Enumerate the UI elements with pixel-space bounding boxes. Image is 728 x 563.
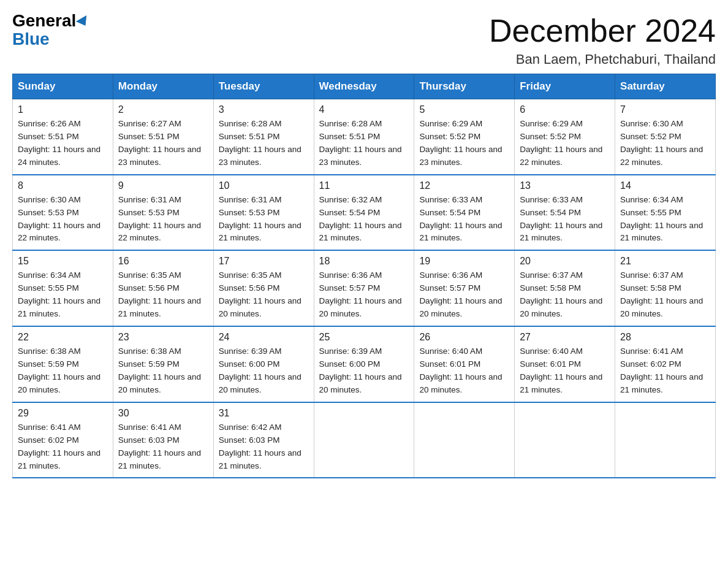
calendar-day-cell: 11Sunrise: 6:32 AMSunset: 5:54 PMDayligh… xyxy=(314,175,414,251)
day-number: 23 xyxy=(118,332,208,343)
day-number: 26 xyxy=(419,332,509,343)
calendar-empty-cell xyxy=(515,402,615,478)
calendar-day-cell: 25Sunrise: 6:39 AMSunset: 6:00 PMDayligh… xyxy=(314,326,414,402)
day-info: Sunrise: 6:28 AMSunset: 5:51 PMDaylight:… xyxy=(219,118,309,169)
day-info: Sunrise: 6:32 AMSunset: 5:54 PMDaylight:… xyxy=(319,194,409,245)
weekday-header-row: SundayMondayTuesdayWednesdayThursdayFrid… xyxy=(13,74,716,99)
calendar-day-cell: 30Sunrise: 6:41 AMSunset: 6:03 PMDayligh… xyxy=(113,402,213,478)
day-info: Sunrise: 6:31 AMSunset: 5:53 PMDaylight:… xyxy=(219,194,309,245)
day-number: 14 xyxy=(620,180,710,191)
day-number: 10 xyxy=(219,180,309,191)
day-info: Sunrise: 6:39 AMSunset: 6:00 PMDaylight:… xyxy=(219,345,309,397)
day-number: 9 xyxy=(118,180,208,191)
calendar-day-cell: 8Sunrise: 6:30 AMSunset: 5:53 PMDaylight… xyxy=(13,175,113,251)
day-number: 7 xyxy=(620,104,710,115)
day-info: Sunrise: 6:42 AMSunset: 6:03 PMDaylight:… xyxy=(219,421,309,473)
day-info: Sunrise: 6:30 AMSunset: 5:52 PMDaylight:… xyxy=(620,118,710,169)
day-number: 30 xyxy=(118,408,208,419)
calendar-day-cell: 9Sunrise: 6:31 AMSunset: 5:53 PMDaylight… xyxy=(113,175,213,251)
calendar-empty-cell xyxy=(414,402,515,478)
calendar-day-cell: 6Sunrise: 6:29 AMSunset: 5:52 PMDaylight… xyxy=(515,99,615,175)
calendar-day-cell: 31Sunrise: 6:42 AMSunset: 6:03 PMDayligh… xyxy=(213,402,314,478)
calendar-day-cell: 21Sunrise: 6:37 AMSunset: 5:58 PMDayligh… xyxy=(615,250,716,326)
calendar-table: SundayMondayTuesdayWednesdayThursdayFrid… xyxy=(12,74,716,478)
weekday-header-monday: Monday xyxy=(113,74,213,99)
day-info: Sunrise: 6:37 AMSunset: 5:58 PMDaylight:… xyxy=(520,269,610,321)
calendar-day-cell: 3Sunrise: 6:28 AMSunset: 5:51 PMDaylight… xyxy=(213,99,314,175)
day-info: Sunrise: 6:35 AMSunset: 5:56 PMDaylight:… xyxy=(219,269,309,321)
day-number: 6 xyxy=(520,104,610,115)
weekday-header-friday: Friday xyxy=(515,74,615,99)
day-info: Sunrise: 6:33 AMSunset: 5:54 PMDaylight:… xyxy=(520,194,610,245)
calendar-day-cell: 5Sunrise: 6:29 AMSunset: 5:52 PMDaylight… xyxy=(414,99,515,175)
calendar-day-cell: 28Sunrise: 6:41 AMSunset: 6:02 PMDayligh… xyxy=(615,326,716,402)
day-number: 20 xyxy=(520,256,610,267)
calendar-day-cell: 10Sunrise: 6:31 AMSunset: 5:53 PMDayligh… xyxy=(213,175,314,251)
calendar-day-cell: 26Sunrise: 6:40 AMSunset: 6:01 PMDayligh… xyxy=(414,326,515,402)
calendar-day-cell: 24Sunrise: 6:39 AMSunset: 6:00 PMDayligh… xyxy=(213,326,314,402)
day-number: 22 xyxy=(18,332,108,343)
day-number: 3 xyxy=(219,104,309,115)
day-number: 24 xyxy=(219,332,309,343)
day-info: Sunrise: 6:30 AMSunset: 5:53 PMDaylight:… xyxy=(18,194,108,245)
calendar-day-cell: 19Sunrise: 6:36 AMSunset: 5:57 PMDayligh… xyxy=(414,250,515,326)
calendar-day-cell: 22Sunrise: 6:38 AMSunset: 5:59 PMDayligh… xyxy=(13,326,113,402)
weekday-header-saturday: Saturday xyxy=(615,74,716,99)
calendar-header: SundayMondayTuesdayWednesdayThursdayFrid… xyxy=(13,74,716,99)
day-number: 1 xyxy=(18,104,108,115)
logo: General Blue xyxy=(12,12,89,48)
day-info: Sunrise: 6:41 AMSunset: 6:02 PMDaylight:… xyxy=(620,345,710,397)
day-number: 25 xyxy=(319,332,409,343)
calendar-day-cell: 12Sunrise: 6:33 AMSunset: 5:54 PMDayligh… xyxy=(414,175,515,251)
day-info: Sunrise: 6:38 AMSunset: 5:59 PMDaylight:… xyxy=(118,345,208,397)
day-number: 8 xyxy=(18,180,108,191)
logo-line1: General xyxy=(12,12,89,29)
day-number: 12 xyxy=(419,180,509,191)
calendar-week-row: 1Sunrise: 6:26 AMSunset: 5:51 PMDaylight… xyxy=(13,99,716,175)
calendar-week-row: 8Sunrise: 6:30 AMSunset: 5:53 PMDaylight… xyxy=(13,175,716,251)
calendar-day-cell: 2Sunrise: 6:27 AMSunset: 5:51 PMDaylight… xyxy=(113,99,213,175)
day-number: 17 xyxy=(219,256,309,267)
day-info: Sunrise: 6:26 AMSunset: 5:51 PMDaylight:… xyxy=(18,118,108,169)
calendar-day-cell: 15Sunrise: 6:34 AMSunset: 5:55 PMDayligh… xyxy=(13,250,113,326)
month-year-title: December 2024 xyxy=(489,12,716,49)
calendar-day-cell: 23Sunrise: 6:38 AMSunset: 5:59 PMDayligh… xyxy=(113,326,213,402)
calendar-day-cell: 1Sunrise: 6:26 AMSunset: 5:51 PMDaylight… xyxy=(13,99,113,175)
title-area: December 2024 Ban Laem, Phetchaburi, Tha… xyxy=(489,12,716,67)
day-number: 15 xyxy=(18,256,108,267)
calendar-day-cell: 16Sunrise: 6:35 AMSunset: 5:56 PMDayligh… xyxy=(113,250,213,326)
day-number: 18 xyxy=(319,256,409,267)
calendar-day-cell: 17Sunrise: 6:35 AMSunset: 5:56 PMDayligh… xyxy=(213,250,314,326)
day-info: Sunrise: 6:36 AMSunset: 5:57 PMDaylight:… xyxy=(319,269,409,321)
day-number: 11 xyxy=(319,180,409,191)
location-subtitle: Ban Laem, Phetchaburi, Thailand xyxy=(489,52,716,67)
weekday-header-wednesday: Wednesday xyxy=(314,74,414,99)
calendar-body: 1Sunrise: 6:26 AMSunset: 5:51 PMDaylight… xyxy=(13,99,716,478)
calendar-day-cell: 4Sunrise: 6:28 AMSunset: 5:51 PMDaylight… xyxy=(314,99,414,175)
day-info: Sunrise: 6:35 AMSunset: 5:56 PMDaylight:… xyxy=(118,269,208,321)
day-info: Sunrise: 6:41 AMSunset: 6:03 PMDaylight:… xyxy=(118,421,208,473)
day-info: Sunrise: 6:39 AMSunset: 6:00 PMDaylight:… xyxy=(319,345,409,397)
calendar-day-cell: 7Sunrise: 6:30 AMSunset: 5:52 PMDaylight… xyxy=(615,99,716,175)
day-info: Sunrise: 6:41 AMSunset: 6:02 PMDaylight:… xyxy=(18,421,108,473)
day-info: Sunrise: 6:38 AMSunset: 5:59 PMDaylight:… xyxy=(18,345,108,397)
calendar-week-row: 15Sunrise: 6:34 AMSunset: 5:55 PMDayligh… xyxy=(13,250,716,326)
day-info: Sunrise: 6:27 AMSunset: 5:51 PMDaylight:… xyxy=(118,118,208,169)
day-info: Sunrise: 6:29 AMSunset: 5:52 PMDaylight:… xyxy=(419,118,509,169)
day-info: Sunrise: 6:31 AMSunset: 5:53 PMDaylight:… xyxy=(118,194,208,245)
calendar-day-cell: 27Sunrise: 6:40 AMSunset: 6:01 PMDayligh… xyxy=(515,326,615,402)
day-number: 16 xyxy=(118,256,208,267)
day-info: Sunrise: 6:33 AMSunset: 5:54 PMDaylight:… xyxy=(419,194,509,245)
logo-line2: Blue xyxy=(12,31,50,48)
day-number: 4 xyxy=(319,104,409,115)
day-info: Sunrise: 6:34 AMSunset: 5:55 PMDaylight:… xyxy=(18,269,108,321)
day-info: Sunrise: 6:29 AMSunset: 5:52 PMDaylight:… xyxy=(520,118,610,169)
calendar-week-row: 29Sunrise: 6:41 AMSunset: 6:02 PMDayligh… xyxy=(13,402,716,478)
calendar-day-cell: 14Sunrise: 6:34 AMSunset: 5:55 PMDayligh… xyxy=(615,175,716,251)
day-number: 5 xyxy=(419,104,509,115)
day-info: Sunrise: 6:36 AMSunset: 5:57 PMDaylight:… xyxy=(419,269,509,321)
page-header: General Blue December 2024 Ban Laem, Phe… xyxy=(12,12,716,67)
day-number: 19 xyxy=(419,256,509,267)
calendar-day-cell: 20Sunrise: 6:37 AMSunset: 5:58 PMDayligh… xyxy=(515,250,615,326)
day-number: 13 xyxy=(520,180,610,191)
